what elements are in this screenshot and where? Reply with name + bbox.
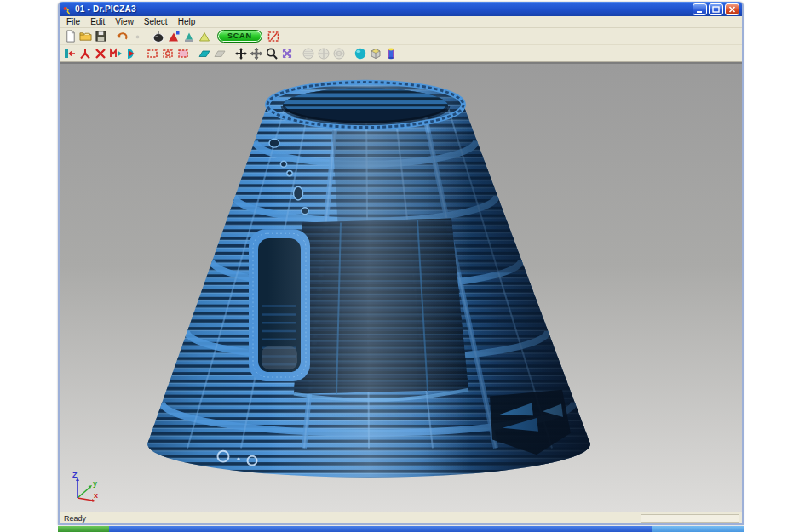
- taskbar: [58, 526, 744, 532]
- new-icon[interactable]: [62, 29, 78, 43]
- view-plane-front-icon: [316, 46, 331, 60]
- menu-file[interactable]: File: [61, 17, 85, 26]
- menu-view[interactable]: View: [110, 17, 139, 26]
- app-icon: [62, 4, 72, 14]
- window-controls: [693, 3, 739, 15]
- title-bar[interactable]: 01 - Dr.PICZA3: [60, 2, 742, 16]
- axis-x-label: x: [94, 491, 98, 500]
- zoom-icon[interactable]: [264, 46, 279, 60]
- shaded-view-icon[interactable]: [353, 46, 368, 60]
- app-window: 01 - Dr.PICZA3 File Edit View Select Hel…: [58, 2, 744, 525]
- scan-object-icon[interactable]: [181, 29, 197, 43]
- redo-icon: [129, 29, 145, 43]
- move-object-icon[interactable]: [249, 46, 264, 60]
- desktop-background: 01 - Dr.PICZA3 File Edit View Select Hel…: [0, 0, 799, 532]
- preview-scan-icon[interactable]: [197, 29, 212, 43]
- save-icon[interactable]: [93, 29, 108, 43]
- open-icon[interactable]: [78, 29, 93, 43]
- scanned-cone-model: [60, 64, 742, 512]
- delete-icon[interactable]: [93, 46, 108, 60]
- scan-button[interactable]: SCAN: [217, 30, 262, 43]
- toolbar-primary: SCAN: [60, 28, 742, 45]
- status-panel: [641, 514, 739, 523]
- zoom-extents-icon[interactable]: [279, 46, 295, 60]
- surface-off-icon: [212, 46, 227, 60]
- close-button[interactable]: [725, 3, 739, 15]
- flip-horizontal-icon[interactable]: [108, 46, 124, 60]
- delete-points-icon[interactable]: [78, 46, 93, 60]
- axis-z-label: Z: [72, 471, 78, 479]
- start-button[interactable]: [58, 526, 109, 532]
- cancel-scan-icon[interactable]: [266, 29, 281, 43]
- toolbar-secondary: [60, 45, 742, 62]
- view-plane-top-icon: [301, 46, 316, 60]
- play-direction-icon[interactable]: [124, 46, 139, 60]
- view-plane-side-icon: [331, 46, 347, 60]
- scanner-icon[interactable]: [151, 29, 166, 43]
- wireframe-cube-icon[interactable]: [368, 46, 383, 60]
- maximize-button[interactable]: [709, 3, 723, 15]
- pan-icon[interactable]: [233, 46, 249, 60]
- select-rect-icon[interactable]: [145, 46, 160, 60]
- undo-icon[interactable]: [114, 29, 129, 43]
- mirror-icon[interactable]: [62, 46, 78, 60]
- menu-help[interactable]: Help: [173, 17, 201, 26]
- paint-rect-icon[interactable]: [175, 46, 191, 60]
- status-bar: Ready: [60, 512, 742, 523]
- system-tray: [652, 526, 744, 532]
- axis-triad: Z y x: [70, 469, 102, 505]
- surface-view-icon[interactable]: [197, 46, 212, 60]
- taskbar-strip: [109, 526, 652, 532]
- minimize-button[interactable]: [693, 3, 707, 15]
- menu-select[interactable]: Select: [139, 17, 173, 26]
- zoom-rect-icon[interactable]: [160, 46, 175, 60]
- color-cylinder-icon[interactable]: [383, 46, 399, 60]
- scan-area-icon[interactable]: [166, 29, 181, 43]
- axis-y-label: y: [93, 479, 97, 488]
- viewport-3d[interactable]: Z y x: [60, 62, 742, 512]
- window-title: 01 - Dr.PICZA3: [75, 4, 693, 14]
- menu-bar: File Edit View Select Help: [60, 16, 742, 28]
- menu-edit[interactable]: Edit: [85, 17, 110, 26]
- status-message: Ready: [64, 514, 86, 523]
